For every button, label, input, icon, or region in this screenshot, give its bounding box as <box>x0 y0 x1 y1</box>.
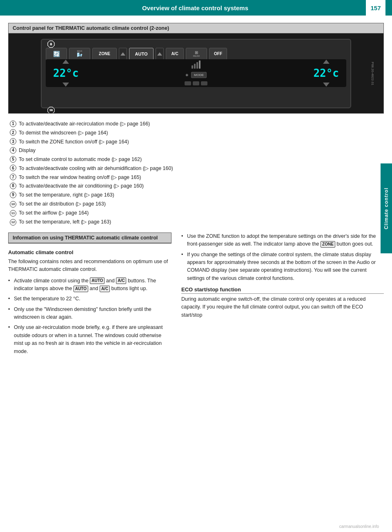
ann-text-12: To set the temperature, left (▷ page 163… <box>19 218 382 226</box>
ann-num-12: 12 <box>10 219 16 226</box>
annotations-list: 1 To activate/deactivate air-recirculati… <box>8 120 384 226</box>
ann-text-8: To activate/deactivate the air condition… <box>19 182 382 190</box>
annotation-11: 11 To set the airflow (▷ page 164) <box>10 209 382 217</box>
btn-zone[interactable]: ZONE <box>92 48 117 60</box>
ann-num-11: 11 <box>10 210 16 217</box>
ann-num-8: 8 <box>10 183 16 189</box>
auto-btn-inline2: AUTO <box>74 286 88 292</box>
annotation-1: 1 To activate/deactivate air-recirculati… <box>10 120 382 128</box>
zone-btn-inline: ZONE <box>321 241 335 248</box>
ann-num-3: 3 <box>10 138 16 145</box>
header-title: Overview of climate control systems <box>0 4 366 11</box>
bullet-4: Only use air-recirculation mode briefly,… <box>8 324 172 355</box>
ann-num-10: 10 <box>10 201 16 208</box>
left-column: Information on using THERMATIC automatic… <box>8 232 180 359</box>
auto-climate-heading: Automatic climate control <box>8 249 172 255</box>
auto-climate-bullets: Activate climate control using the AUTO … <box>8 277 172 355</box>
ann-num-4: 4 <box>10 147 16 154</box>
display-area: 22°c ❄ MODE <box>46 59 346 87</box>
bullet-2: Set the temperature to 22 °C. <box>8 295 172 303</box>
auto-btn-inline: AUTO <box>90 277 105 284</box>
ac-btn-inline2: A/C <box>100 286 110 292</box>
ann-num-2: 2 <box>10 129 16 136</box>
ann-text-4: Display <box>19 147 382 154</box>
control-panel-box: Control panel for THERMATIC automatic cl… <box>8 23 384 114</box>
ann-num-5: 5 <box>10 156 16 163</box>
btn-recirculation[interactable]: 🔄 <box>46 48 67 60</box>
btn-auto[interactable]: AUTO <box>129 48 154 60</box>
control-panel-image: 1 2 3 4 5 6 7 8 🔄 MAX 🌬️ <box>9 34 383 113</box>
ann-num-7: 7 <box>10 174 16 180</box>
btn-ac[interactable]: A/C <box>166 48 184 60</box>
ann-num-6: 6 <box>10 165 16 171</box>
right-bullet-1: Use the ZONE function to adopt the tempe… <box>181 232 384 248</box>
annotation-5: 5 To set climate control to automatic mo… <box>10 156 382 163</box>
bullet-1: Activate climate control using the AUTO … <box>8 277 172 293</box>
ann-text-5: To set climate control to automatic mode… <box>19 156 382 163</box>
airflow-bars <box>192 60 200 69</box>
center-controls: ❄ MODE <box>185 60 207 85</box>
mode-label: MODE <box>191 72 207 78</box>
temp-display-right: 22°c <box>310 65 342 81</box>
ann-text-10: To set the air distribution (▷ page 163) <box>19 200 382 208</box>
page-number: 157 <box>366 0 385 16</box>
control-panel-title: Control panel for THERMATIC automatic cl… <box>9 23 383 34</box>
btn-demist[interactable]: MAX 🌬️ <box>69 48 90 60</box>
circle-8: 8 <box>47 40 55 48</box>
right-column: Use the ZONE function to adopt the tempe… <box>180 232 384 359</box>
two-column-section: Information on using THERMATIC automatic… <box>8 232 384 359</box>
auto-climate-intro: The following contains notes and recomme… <box>8 258 172 274</box>
temp-display-left: 22°c <box>50 65 82 81</box>
ac-btn-inline: A/C <box>116 277 126 284</box>
btn-rear-heat[interactable]: ⊞ REAR <box>186 48 207 60</box>
ann-text-2: To demist the windscreen (▷ page 164) <box>19 129 382 137</box>
annotation-8: 8 To activate/deactivate the air conditi… <box>10 182 382 190</box>
ann-num-9: 9 <box>10 192 16 198</box>
ann-text-3: To switch the ZONE function on/off (▷ pa… <box>19 138 382 146</box>
panel-simulation: 1 2 3 4 5 6 7 8 🔄 MAX 🌬️ <box>41 39 351 108</box>
annotation-9: 9 To set the temperature, right (▷ page … <box>10 191 382 199</box>
p68-reference: P68.20-4822-31 <box>371 62 374 85</box>
btn-off[interactable]: OFF <box>209 48 227 60</box>
annotation-3: 3 To switch the ZONE function on/off (▷ … <box>10 138 382 146</box>
header-bar: Overview of climate control systems 157 <box>0 0 392 16</box>
ann-text-1: To activate/deactivate air-recirculation… <box>19 120 382 128</box>
main-content: Control panel for THERMATIC automatic cl… <box>0 16 392 367</box>
circle-9: 9 <box>47 107 55 114</box>
annotation-10: 10 To set the air distribution (▷ page 1… <box>10 200 382 208</box>
info-box: Information on using THERMATIC automatic… <box>8 232 172 244</box>
watermark: carmanualsonline.info <box>339 524 379 529</box>
ann-text-6: To activate/deactivate cooling with air … <box>19 165 382 172</box>
annotation-7: 7 To switch the rear window heating on/o… <box>10 174 382 181</box>
annotation-6: 6 To activate/deactivate cooling with ai… <box>10 165 382 172</box>
ann-text-7: To switch the rear window heating on/off… <box>19 174 382 181</box>
annotation-2: 2 To demist the windscreen (▷ page 164) <box>10 129 382 137</box>
annotation-12: 12 To set the temperature, left (▷ page … <box>10 218 382 226</box>
ann-text-11: To set the airflow (▷ page 164) <box>19 209 382 217</box>
info-box-title: Information on using THERMATIC automatic… <box>9 233 171 243</box>
eco-heading: ECO start/stop function <box>181 286 384 294</box>
ann-num-1: 1 <box>10 121 16 127</box>
annotation-4: 4 Display <box>10 147 382 154</box>
right-bullet-2: If you change the settings of the climat… <box>181 251 384 283</box>
eco-text: During automatic engine switch-off, the … <box>181 295 384 319</box>
ann-text-9: To set the temperature, right (▷ page 16… <box>19 191 382 199</box>
bullet-3: Only use the "Windscreen demisting" func… <box>8 306 172 322</box>
right-bullets: Use the ZONE function to adopt the tempe… <box>181 232 384 282</box>
